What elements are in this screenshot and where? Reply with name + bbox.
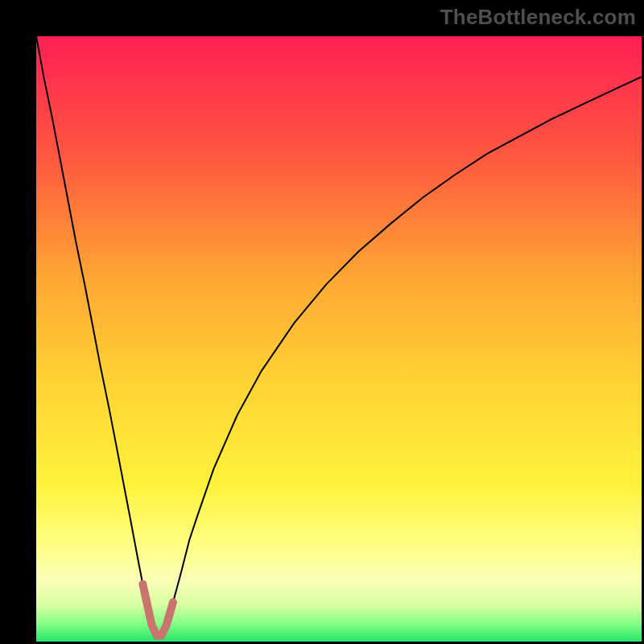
chart-frame: TheBottleneck.com [0, 0, 644, 644]
series-bottleneck-curve [36, 36, 642, 635]
plot-area [36, 36, 642, 642]
series-bottleneck-highlight [142, 584, 173, 636]
curve-layer [36, 36, 642, 642]
watermark-text: TheBottleneck.com [440, 5, 636, 30]
